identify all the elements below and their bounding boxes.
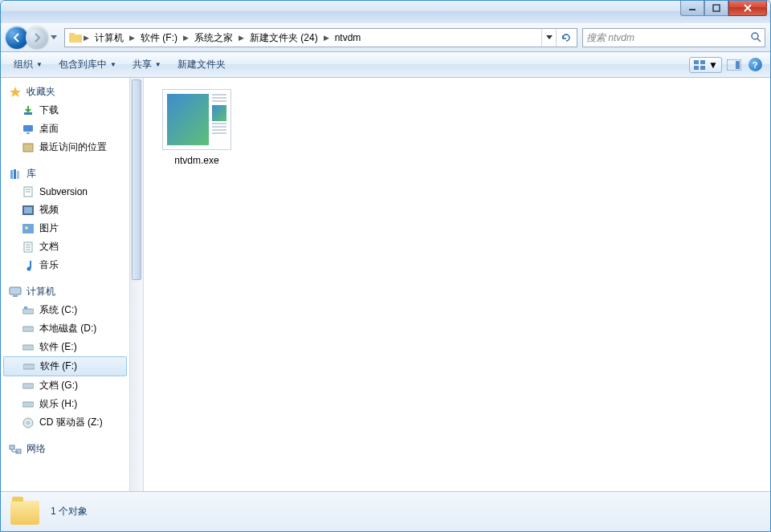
window-titlebar <box>1 1 770 23</box>
chevron-right-icon[interactable]: ▶ <box>238 34 245 42</box>
share-label: 共享 <box>133 58 152 71</box>
document-icon <box>22 241 35 254</box>
organize-label: 组织 <box>14 58 33 71</box>
breadcrumb: ▶ 计算机 ▶ 软件 (F:) ▶ 系统之家 ▶ 新建文件夹 (24) ▶ nt… <box>83 31 541 45</box>
sidebar-item-label: 本地磁盘 (D:) <box>39 322 96 335</box>
scrollbar-thumb[interactable] <box>132 79 141 280</box>
sidebar-item-drive-e[interactable]: 软件 (E:) <box>1 338 129 356</box>
minimize-button[interactable] <box>680 0 704 16</box>
chevron-right-icon[interactable]: ▶ <box>323 34 330 42</box>
address-bar[interactable]: ▶ 计算机 ▶ 软件 (F:) ▶ 系统之家 ▶ 新建文件夹 (24) ▶ nt… <box>64 28 577 47</box>
sidebar-item-downloads[interactable]: 下载 <box>1 101 129 120</box>
sidebar-item-music[interactable]: 音乐 <box>1 256 129 274</box>
sidebar-computer-header[interactable]: 计算机 <box>1 282 129 301</box>
chevron-right-icon[interactable]: ▶ <box>182 34 190 42</box>
file-name-label: ntvdm.exe <box>158 155 235 166</box>
network-label: 网络 <box>27 442 46 456</box>
svg-rect-15 <box>23 144 33 152</box>
svg-rect-24 <box>22 224 34 234</box>
sidebar-item-drive-c[interactable]: 系统 (C:) <box>1 301 129 319</box>
music-icon <box>22 259 35 272</box>
sidebar-item-recent[interactable]: 最近访问的位置 <box>1 138 129 156</box>
drive-icon <box>22 304 35 317</box>
drive-icon <box>22 398 35 411</box>
chevron-right-icon[interactable]: ▶ <box>128 34 136 42</box>
content-area[interactable]: ntvdm.exe <box>144 78 770 491</box>
share-button[interactable]: 共享 ▼ <box>126 55 168 74</box>
sidebar-item-drive-h[interactable]: 娱乐 (H:) <box>1 395 129 413</box>
video-icon <box>22 204 35 217</box>
svg-rect-17 <box>14 169 16 179</box>
svg-rect-37 <box>23 364 35 369</box>
svg-rect-6 <box>694 60 699 64</box>
favorites-label: 收藏夹 <box>27 85 55 99</box>
navigation-sidebar[interactable]: 收藏夹 下载 桌面 最近访问的位置 库 Subversion <box>1 78 129 491</box>
sidebar-item-drive-f[interactable]: 软件 (F:) <box>3 356 127 376</box>
sidebar-item-drive-g[interactable]: 文档 (G:) <box>1 376 129 395</box>
organize-button[interactable]: 组织 ▼ <box>7 55 49 74</box>
sidebar-item-drive-z[interactable]: CD 驱动器 (Z:) <box>1 413 129 432</box>
crumb-drive[interactable]: 软件 (F:) <box>136 31 182 45</box>
document-icon <box>22 185 35 198</box>
sidebar-item-label: Subversion <box>39 186 88 197</box>
chevron-down-icon: ▼ <box>36 61 43 68</box>
sidebar-libraries-header[interactable]: 库 <box>1 164 129 183</box>
arrow-right-icon <box>31 32 43 43</box>
search-input[interactable]: 搜索 ntvdm <box>582 28 765 47</box>
preview-pane-button[interactable] <box>725 56 743 74</box>
folder-icon <box>68 30 83 45</box>
svg-rect-0 <box>689 9 696 10</box>
refresh-icon <box>561 32 572 43</box>
new-folder-button[interactable]: 新建文件夹 <box>171 55 232 74</box>
search-icon <box>750 31 761 45</box>
picture-icon <box>22 222 35 235</box>
sidebar-network-header[interactable]: 网络 <box>1 440 129 458</box>
sidebar-item-pictures[interactable]: 图片 <box>1 219 129 238</box>
crumb-folder2[interactable]: 新建文件夹 (24) <box>245 31 323 45</box>
svg-rect-14 <box>27 132 30 134</box>
file-item[interactable]: ntvdm.exe <box>158 89 235 166</box>
recent-icon <box>22 141 35 154</box>
sidebar-item-label: 图片 <box>39 221 59 235</box>
help-button[interactable]: ? <box>746 56 764 74</box>
folder-icon <box>10 497 39 526</box>
view-options-button[interactable]: ▼ <box>689 57 722 73</box>
crumb-computer[interactable]: 计算机 <box>90 31 128 45</box>
svg-rect-9 <box>700 66 705 70</box>
crumb-folder3[interactable]: ntvdm <box>330 32 366 43</box>
sidebar-item-label: 视频 <box>39 203 59 217</box>
sidebar-favorites-section: 收藏夹 下载 桌面 最近访问的位置 <box>1 83 129 156</box>
address-dropdown[interactable] <box>541 29 556 47</box>
details-count-label: 1 个对象 <box>51 505 88 518</box>
sidebar-item-subversion[interactable]: Subversion <box>1 183 129 201</box>
sidebar-libraries-section: 库 Subversion 视频 图片 文档 音乐 <box>1 164 129 274</box>
chevron-down-icon <box>51 35 57 40</box>
sidebar-item-label: 音乐 <box>39 258 59 272</box>
nav-history-dropdown[interactable] <box>48 29 59 47</box>
chevron-right-icon[interactable]: ▶ <box>83 34 90 42</box>
sidebar-scrollbar[interactable] <box>129 78 144 491</box>
forward-button[interactable] <box>26 26 48 49</box>
sidebar-item-desktop[interactable]: 桌面 <box>1 120 129 138</box>
maximize-button[interactable] <box>704 0 728 16</box>
refresh-button[interactable] <box>556 29 575 47</box>
navigation-bar: ▶ 计算机 ▶ 软件 (F:) ▶ 系统之家 ▶ 新建文件夹 (24) ▶ nt… <box>1 23 770 52</box>
include-label: 包含到库中 <box>59 58 107 71</box>
sidebar-item-label: 娱乐 (H:) <box>39 397 77 411</box>
include-library-button[interactable]: 包含到库中 ▼ <box>52 55 123 74</box>
sidebar-item-label: 下载 <box>39 104 59 117</box>
close-button[interactable] <box>728 0 767 16</box>
sidebar-item-videos[interactable]: 视频 <box>1 201 129 219</box>
maximize-icon <box>712 4 720 12</box>
sidebar-item-drive-d[interactable]: 本地磁盘 (D:) <box>1 319 129 338</box>
svg-rect-36 <box>22 345 34 350</box>
svg-rect-3 <box>69 33 75 35</box>
svg-rect-18 <box>17 171 19 179</box>
sidebar-favorites-header[interactable]: 收藏夹 <box>1 83 129 101</box>
library-icon <box>9 168 22 181</box>
svg-rect-31 <box>10 287 21 294</box>
crumb-folder1[interactable]: 系统之家 <box>190 31 238 45</box>
sidebar-item-documents[interactable]: 文档 <box>1 238 129 256</box>
svg-rect-12 <box>24 112 32 115</box>
back-button[interactable] <box>6 26 28 49</box>
